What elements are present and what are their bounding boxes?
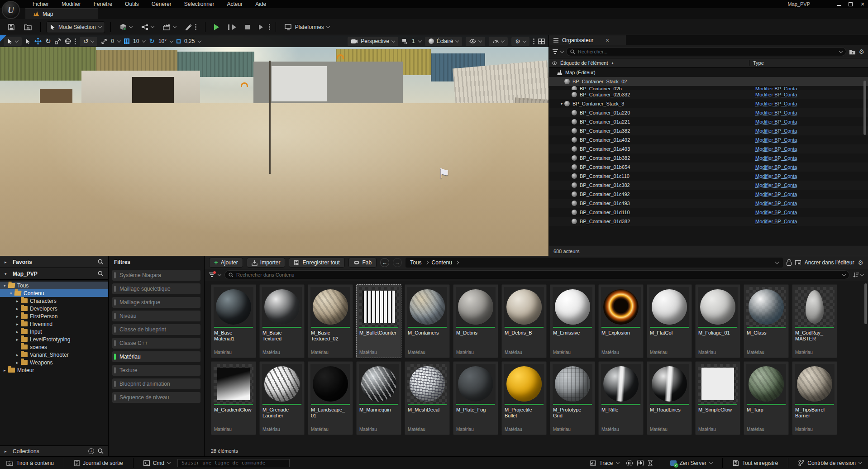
zen-server-dropdown[interactable]: Zen Server	[668, 457, 715, 469]
content-drawer-button[interactable]: Tiroir à contenu	[4, 457, 57, 469]
outliner-row[interactable]: BP_Container_01a493 Modifier BP_Conta	[549, 144, 868, 153]
browse-button[interactable]	[21, 21, 35, 33]
asset-tile[interactable]: M_Plate_Fog Matériau	[453, 361, 498, 435]
asset-tile[interactable]: M_RoadLines Matériau	[647, 361, 692, 435]
folder-expander-icon[interactable]: ▸	[16, 330, 21, 334]
edit-blueprint-link[interactable]: Modifier BP_Conta	[755, 182, 863, 188]
filter-pill[interactable]: Texture	[112, 365, 200, 376]
insights-pause-icon[interactable]	[626, 460, 633, 466]
dock-in-layout-button[interactable]: Ancrer dans l'éditeur	[805, 259, 854, 266]
outliner-row[interactable]: BP_Container_02b332 Modifier BP_Conta	[549, 90, 868, 99]
cmd-dropdown[interactable]: Cmd	[141, 457, 173, 469]
launch-button[interactable]	[256, 21, 266, 33]
forward-button[interactable]: →	[393, 258, 402, 267]
filter-pill[interactable]: Maillage statique	[112, 297, 200, 308]
asset-tile[interactable]: M_GodRay_ MASTER Matériau	[792, 284, 837, 358]
back-button[interactable]: ←	[380, 258, 389, 267]
menu-sélectionner[interactable]: Sélectionner	[178, 0, 221, 8]
blueprints-dropdown[interactable]	[138, 21, 157, 33]
asset-tile[interactable]: M_Grenade Launcher Matériau	[259, 361, 305, 435]
outliner-row[interactable]: BP_Container_01a382 Modifier BP_Conta	[549, 126, 868, 135]
folder-row[interactable]: ▸ Hivemind	[0, 320, 108, 328]
edit-blueprint-link[interactable]: Modifier BP_Conta	[755, 191, 863, 197]
camera-speed-dropdown[interactable]	[489, 37, 508, 46]
folder-expander-icon[interactable]: ▸	[16, 306, 21, 311]
expander-icon[interactable]: ▾	[559, 101, 564, 106]
add-folder-icon[interactable]	[849, 49, 856, 55]
edit-blueprint-link[interactable]: Modifier BP_Conta	[755, 119, 863, 124]
show-flags-dropdown[interactable]	[466, 37, 485, 46]
platforms-dropdown[interactable]: Plateformes	[281, 21, 333, 33]
outliner-row[interactable]: BP_Container_02b Modifier BP_Conta	[549, 86, 868, 90]
collections-search-icon[interactable]	[98, 448, 104, 454]
editor-modes-button[interactable]	[182, 21, 200, 33]
asset-tile[interactable]: M_GradientGlow Matériau	[211, 361, 256, 435]
content-settings-icon[interactable]: ⚙	[858, 259, 863, 266]
menu-modifier[interactable]: Modifier	[55, 0, 87, 8]
folder-row[interactable]: ▸ Variant_Shooter	[0, 351, 108, 359]
outliner-row[interactable]: BP_Container_01c492 Modifier BP_Conta	[549, 190, 868, 199]
content-search-field[interactable]	[224, 270, 849, 279]
outliner-row[interactable]: BP_Container_Stack_02	[549, 77, 868, 86]
folder-row[interactable]: ▾ Contenu	[0, 289, 108, 297]
edit-blueprint-link[interactable]: Modifier BP_Conta	[755, 201, 863, 206]
filter-pill[interactable]: Séquence de niveau	[112, 392, 200, 403]
perspective-dropdown[interactable]: Perspective	[348, 37, 398, 46]
insights-chart-icon[interactable]	[637, 460, 644, 466]
add-collection-icon[interactable]: +	[88, 448, 94, 454]
content-filter-chevron[interactable]	[218, 272, 221, 276]
edit-blueprint-link[interactable]: Modifier BP_Conta	[755, 92, 863, 97]
tab-map[interactable]: Map	[25, 8, 98, 19]
select-tool-icon[interactable]	[25, 38, 31, 44]
view-count-dropdown[interactable]: 1	[402, 38, 421, 44]
breadcrumb-contenu[interactable]: Contenu	[432, 259, 452, 266]
folder-expander-icon[interactable]: ▾	[10, 291, 14, 296]
asset-tile[interactable]: M_Debris Matériau	[453, 284, 498, 358]
revision-control-dropdown[interactable]: Contrôle de révision	[796, 457, 864, 469]
edit-blueprint-link[interactable]: Modifier BP_Conta	[755, 219, 863, 224]
stop-button[interactable]	[242, 21, 253, 33]
viewport-3d[interactable]: ⚑ ↻ ↻	[0, 35, 548, 256]
outliner-row[interactable]: BP_Container_01c382 Modifier BP_Conta	[549, 181, 868, 190]
play-options-icon[interactable]	[269, 24, 270, 30]
menu-générer[interactable]: Générer	[145, 0, 178, 8]
lit-mode-dropdown[interactable]: Éclairé	[425, 37, 463, 46]
outliner-row[interactable]: BP_Container_01d110 Modifier BP_Conta	[549, 208, 868, 217]
mode-select-dropdown[interactable]: Mode Sélection	[46, 21, 105, 33]
asset-tile[interactable]: M_Glass Matériau	[744, 284, 789, 358]
add-actor-dropdown[interactable]	[116, 21, 135, 33]
menu-aide[interactable]: Aide	[249, 0, 272, 8]
asset-tile[interactable]: M_Explosion Matériau	[598, 284, 644, 358]
favorites-header[interactable]: ▸Favoris	[0, 256, 108, 268]
output-log-button[interactable]: Journal de sortie	[72, 457, 126, 469]
lock-icon[interactable]	[787, 262, 792, 266]
asset-tile[interactable]: M_Base Material1 Matériau	[211, 284, 256, 358]
asset-tile[interactable]: M_Tarp Matériau	[744, 361, 789, 435]
project-header[interactable]: ▾Map_PVP	[0, 268, 108, 280]
asset-tile[interactable]: M_Debris_B Matériau	[501, 284, 547, 358]
asset-tile[interactable]: M_Mannequin Matériau	[356, 361, 401, 435]
filter-pill[interactable]: Maillage squelettique	[112, 283, 200, 294]
folder-row[interactable]: scenes	[0, 343, 108, 351]
outliner-filter-icon[interactable]	[553, 49, 558, 54]
filter-pill[interactable]: Blueprint d'animation	[112, 378, 200, 389]
outliner-row[interactable]: Map (Éditeur)	[549, 68, 868, 77]
breadcrumb-expand-icon[interactable]	[775, 260, 779, 263]
asset-tile[interactable]: M_Basic Textured_02 Matériau	[308, 284, 353, 358]
edit-blueprint-link[interactable]: Modifier BP_Conta	[755, 137, 863, 143]
folder-row[interactable]: ▸ LevelPrototyping	[0, 335, 108, 343]
asset-tile[interactable]: M_Prototype Grid Matériau	[550, 361, 595, 435]
asset-tile[interactable]: M_TipsBarrel Barrier Matériau	[792, 361, 837, 435]
outliner-search-input[interactable]	[578, 49, 837, 54]
scale-snap-dropdown[interactable]: 0,25	[176, 38, 201, 44]
folder-row[interactable]: ▸ Developers	[0, 305, 108, 312]
edit-blueprint-link[interactable]: Modifier BP_Conta	[755, 101, 863, 106]
edit-blueprint-link[interactable]: Modifier BP_Conta	[755, 164, 863, 170]
edit-blueprint-link[interactable]: Modifier BP_Conta	[755, 86, 863, 90]
content-scrollbar[interactable]	[864, 283, 867, 324]
folder-row[interactable]: ▾ Tous	[0, 282, 108, 289]
select-mode-dropdown[interactable]	[4, 37, 22, 46]
column-item-label[interactable]: Étiquette de l'élément ▲	[552, 60, 749, 66]
dock-icon[interactable]	[795, 260, 801, 265]
folder-expander-icon[interactable]: ▸	[16, 337, 21, 342]
